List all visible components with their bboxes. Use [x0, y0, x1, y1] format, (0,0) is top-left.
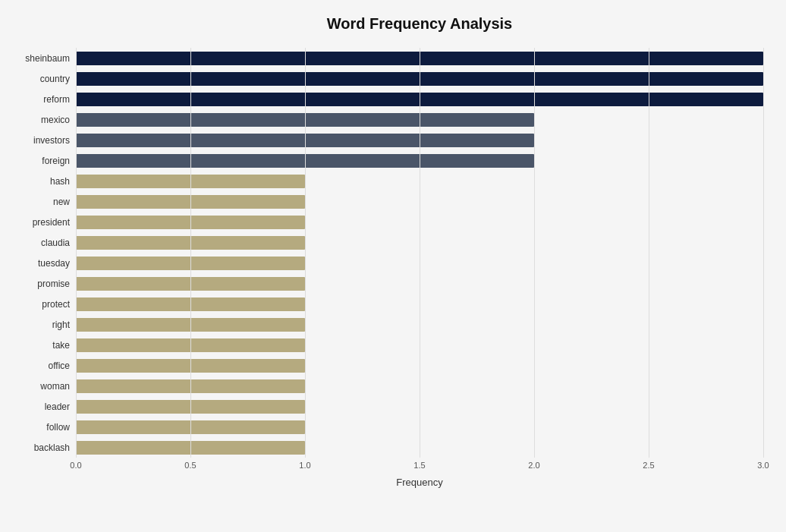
- bars-wrapper: sheinbaumcountryreformmexicoinvestorsfor…: [76, 48, 763, 458]
- x-tick-label: 1.5: [413, 461, 425, 470]
- x-tick-label: 0.5: [184, 461, 196, 470]
- bar-row: backlash: [76, 439, 763, 456]
- bar-fill: [76, 236, 305, 250]
- bar-fill: [76, 379, 305, 393]
- bar-row: hash: [76, 173, 763, 190]
- x-tick-label: 0.0: [70, 461, 81, 470]
- bar-fill: [76, 359, 305, 373]
- bar-fill: [76, 318, 305, 332]
- bar-fill: [76, 441, 305, 455]
- bar-label: backlash: [8, 442, 76, 453]
- bar-label: protect: [8, 299, 76, 310]
- bar-label: new: [8, 197, 76, 207]
- bar-row: sheinbaum: [76, 50, 763, 67]
- bar-row: foreign: [76, 153, 763, 169]
- bar-label: mexico: [8, 115, 76, 125]
- bar-fill: [76, 338, 305, 352]
- bar-fill: [76, 93, 763, 106]
- bar-label: hash: [8, 176, 76, 187]
- bar-row: protect: [76, 296, 763, 313]
- bar-fill: [76, 52, 763, 65]
- bar-fill: [76, 195, 305, 209]
- bar-row: country: [76, 71, 763, 87]
- bar-label: woman: [8, 381, 76, 392]
- bar-row: tuesday: [76, 255, 763, 272]
- bar-row: woman: [76, 378, 763, 395]
- x-axis-label: Frequency: [396, 477, 442, 488]
- bar-fill: [76, 216, 305, 229]
- bar-fill: [76, 134, 534, 147]
- bar-label: sheinbaum: [8, 53, 76, 64]
- bar-row: investors: [76, 132, 763, 149]
- bar-row: office: [76, 357, 763, 374]
- bar-fill: [76, 113, 534, 127]
- bar-label: country: [8, 74, 76, 84]
- x-tick-label: 2.5: [643, 461, 654, 470]
- bar-fill: [76, 277, 305, 291]
- bar-label: follow: [8, 422, 76, 433]
- bar-label: office: [8, 360, 76, 371]
- bar-label: reform: [8, 94, 76, 105]
- x-ticks: 0.00.51.01.52.02.53.0: [76, 458, 763, 461]
- bar-row: claudia: [76, 235, 763, 251]
- x-tick-label: 1.0: [299, 461, 310, 470]
- bar-label: foreign: [8, 156, 76, 166]
- bar-label: leader: [8, 401, 76, 412]
- bar-fill: [76, 297, 305, 311]
- bar-fill: [76, 257, 305, 270]
- bar-fill: [76, 154, 534, 168]
- bar-label: take: [8, 340, 76, 351]
- bar-label: right: [8, 320, 76, 330]
- chart-container: Word Frequency Analysis sheinbaumcountry…: [0, 0, 786, 532]
- bar-fill: [76, 175, 305, 188]
- bar-label: investors: [8, 135, 76, 146]
- bar-row: mexico: [76, 112, 763, 128]
- bar-fill: [76, 72, 763, 86]
- grid-line: [763, 48, 764, 458]
- bar-row: leader: [76, 398, 763, 415]
- bar-row: reform: [76, 91, 763, 108]
- chart-title: Word Frequency Analysis: [76, 15, 763, 33]
- x-tick-label: 3.0: [757, 461, 769, 470]
- bar-label: president: [8, 217, 76, 228]
- bar-row: follow: [76, 419, 763, 436]
- bar-label: tuesday: [8, 258, 76, 269]
- bar-row: right: [76, 316, 763, 333]
- x-tick-label: 2.0: [528, 461, 539, 470]
- bar-row: new: [76, 194, 763, 210]
- bar-label: claudia: [8, 238, 76, 248]
- bar-fill: [76, 400, 305, 414]
- bar-row: president: [76, 214, 763, 231]
- bar-label: promise: [8, 279, 76, 289]
- bar-row: take: [76, 337, 763, 354]
- chart-area: sheinbaumcountryreformmexicoinvestorsfor…: [76, 48, 763, 488]
- bar-row: promise: [76, 275, 763, 292]
- bar-fill: [76, 420, 305, 434]
